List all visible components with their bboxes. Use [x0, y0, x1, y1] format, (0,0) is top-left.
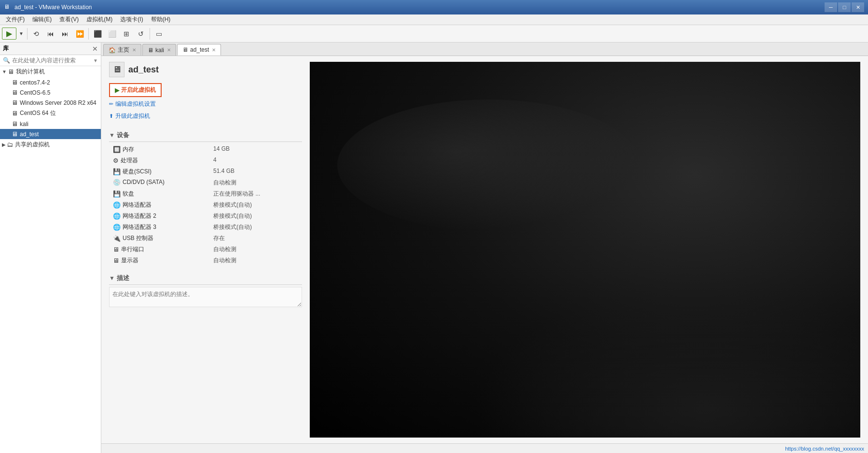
tab-kali[interactable]: 🖥 kali ✕: [142, 44, 176, 56]
device-icon: ⚙: [113, 157, 119, 164]
device-icon: 🔌: [113, 235, 121, 242]
tree-item-mycomputer[interactable]: ▼ 🖥 我的计算机: [0, 66, 101, 77]
device-row[interactable]: 🌐网络适配器 桥接模式(自动): [109, 199, 302, 211]
unity-button[interactable]: ⬜: [105, 27, 119, 41]
device-row[interactable]: 🌐网络适配器 3 桥接模式(自动): [109, 222, 302, 233]
tree-item-adtest[interactable]: 🖥 ad_test: [0, 129, 101, 139]
tree-label-adtest: ad_test: [20, 131, 39, 138]
tree-item-win2008[interactable]: 🖥 Windows Server 2008 R2 x64: [0, 98, 101, 108]
tab-home[interactable]: 🏠 主页 ✕: [103, 44, 141, 56]
preferences-button[interactable]: ▭: [152, 27, 165, 41]
device-name: 处理器: [121, 157, 138, 164]
device-name: 内存: [123, 146, 134, 153]
device-name: 硬盘(SCSI): [123, 168, 152, 175]
device-row[interactable]: 🔲内存 14 GB: [109, 144, 302, 155]
search-input[interactable]: [12, 57, 91, 64]
device-value: 自动检测: [211, 244, 302, 255]
status-link[interactable]: https://blog.csdn.net/qq_xxxxxxxx: [785, 446, 864, 452]
device-table: 🔲内存 14 GB ⚙处理器 4 💾硬盘(SCSI) 51.4 GB 💿CD/D…: [109, 144, 302, 266]
play-icon: ▶: [115, 87, 119, 94]
tree-label-shared: 共享的虚拟机: [15, 141, 50, 149]
tree-item-kali[interactable]: 🖥 kali: [0, 119, 101, 129]
tree-item-centos65[interactable]: 🖥 CentOS-6.5: [0, 87, 101, 98]
device-icon: 🖥: [113, 246, 119, 253]
refresh-button[interactable]: ↺: [134, 27, 148, 41]
vm-panel: 🖥 ad_test ▶ 开启此虚拟机 ✏ 编辑虚拟机设置 ⬆ 升级此: [101, 56, 868, 443]
tree-item-centos64[interactable]: 🖥 CentOS 64 位: [0, 108, 101, 119]
device-value: 存在: [211, 233, 302, 244]
vm-actions: ▶ 开启此虚拟机 ✏ 编辑虚拟机设置 ⬆ 升级此虚拟机: [109, 83, 302, 121]
dropdown-button[interactable]: ▼: [17, 27, 25, 41]
tree-label-kali: kali: [20, 121, 28, 127]
tab-kali-close[interactable]: ✕: [167, 47, 171, 53]
device-name: 网络适配器 2: [123, 212, 156, 219]
toolbar-separator-2: [88, 28, 89, 40]
device-row[interactable]: 🖥串行端口 自动检测: [109, 244, 302, 255]
sidebar-close-button[interactable]: ✕: [92, 45, 98, 53]
device-row[interactable]: ⚙处理器 4: [109, 155, 302, 166]
minimize-button[interactable]: ─: [825, 2, 837, 12]
device-name: 网络适配器 3: [123, 224, 156, 230]
device-icon: 🖥: [113, 257, 119, 264]
devices-section-title: 设备: [117, 131, 129, 140]
device-name: 显示器: [121, 257, 138, 264]
vm-screen[interactable]: [310, 62, 860, 438]
device-icon: 💾: [113, 168, 121, 175]
device-icon: 🔲: [113, 146, 121, 153]
search-dropdown-icon[interactable]: ▼: [93, 58, 98, 63]
tab-adtest[interactable]: 🖥 ad_test ✕: [177, 44, 221, 56]
tree-item-centos74[interactable]: 🖥 centos7.4-2: [0, 77, 101, 87]
menu-tabs[interactable]: 选项卡(I): [116, 14, 147, 25]
content-area: 🏠 主页 ✕ 🖥 kali ✕ 🖥 ad_test ✕ 🖥: [101, 42, 868, 453]
forward-button[interactable]: ⏭: [58, 27, 72, 41]
devices-expand-icon: ▼: [109, 132, 115, 139]
start-vm-button[interactable]: ▶ 开启此虚拟机: [109, 83, 162, 97]
vm-icon-centos74: 🖥: [12, 79, 18, 86]
description-textarea[interactable]: [109, 287, 302, 307]
adtest-tab-icon: 🖥: [182, 46, 188, 53]
start-vm-label: 开启此虚拟机: [121, 86, 156, 94]
device-name: CD/DVD (SATA): [123, 179, 165, 185]
view-button[interactable]: ⊞: [120, 27, 133, 41]
rewind-button[interactable]: ⏮: [44, 27, 57, 41]
toolbar-separator-3: [150, 28, 150, 40]
play-button[interactable]: ▶: [2, 28, 16, 40]
device-row[interactable]: 🔌USB 控制器 存在: [109, 233, 302, 244]
computer-icon: 🖥: [8, 68, 14, 75]
devices-section-header[interactable]: ▼ 设备: [109, 129, 302, 142]
tab-adtest-close[interactable]: ✕: [212, 47, 216, 53]
tree-label-centos64: CentOS 64 位: [20, 109, 56, 117]
device-row[interactable]: 💿CD/DVD (SATA) 自动检测: [109, 177, 302, 188]
device-name: USB 控制器: [123, 235, 153, 241]
device-row[interactable]: 💾硬盘(SCSI) 51.4 GB: [109, 166, 302, 177]
device-name: 串行端口: [121, 246, 144, 253]
main-layout: 库 ✕ 🔍 ▼ ▼ 🖥 我的计算机 🖥 centos7.4-2 🖥 CentOS…: [0, 42, 868, 453]
snapshot-button[interactable]: ⏩: [73, 27, 86, 41]
maximize-button[interactable]: □: [838, 2, 851, 12]
menu-view[interactable]: 查看(V): [55, 14, 83, 25]
menu-help[interactable]: 帮助(H): [147, 14, 175, 25]
menu-edit[interactable]: 编辑(E): [28, 14, 55, 25]
device-row[interactable]: 🖥显示器 自动检测: [109, 255, 302, 266]
fullscreen-button[interactable]: ⬛: [91, 27, 104, 41]
upgrade-link[interactable]: ⬆ 升级此虚拟机: [109, 111, 302, 121]
vm-logo: 🖥: [109, 62, 124, 77]
device-icon: 🌐: [113, 224, 121, 231]
device-icon: 💾: [113, 190, 121, 198]
edit-settings-link[interactable]: ✏ 编辑虚拟机设置: [109, 99, 302, 109]
suspend-button[interactable]: ⟲: [29, 27, 43, 41]
menu-file[interactable]: 文件(F): [2, 14, 28, 25]
shared-icon: 🗂: [7, 141, 13, 148]
device-value: 51.4 GB: [211, 166, 302, 177]
edit-settings-label: 编辑虚拟机设置: [115, 100, 156, 108]
tree-item-sharedvms[interactable]: ▶ 🗂 共享的虚拟机: [0, 139, 101, 150]
tab-home-close[interactable]: ✕: [132, 47, 136, 53]
close-button[interactable]: ✕: [852, 2, 864, 12]
device-row[interactable]: 🌐网络适配器 2 桥接模式(自动): [109, 211, 302, 222]
description-section-header[interactable]: ▼ 描述: [109, 272, 302, 285]
menu-vm[interactable]: 虚拟机(M): [83, 14, 116, 25]
window-controls: ─ □ ✕: [825, 2, 864, 12]
title-bar: 🖥 ad_test - VMware Workstation ─ □ ✕: [0, 0, 868, 14]
device-row[interactable]: 💾软盘 正在使用驱动器 ...: [109, 188, 302, 199]
sidebar-header: 库 ✕: [0, 42, 101, 55]
